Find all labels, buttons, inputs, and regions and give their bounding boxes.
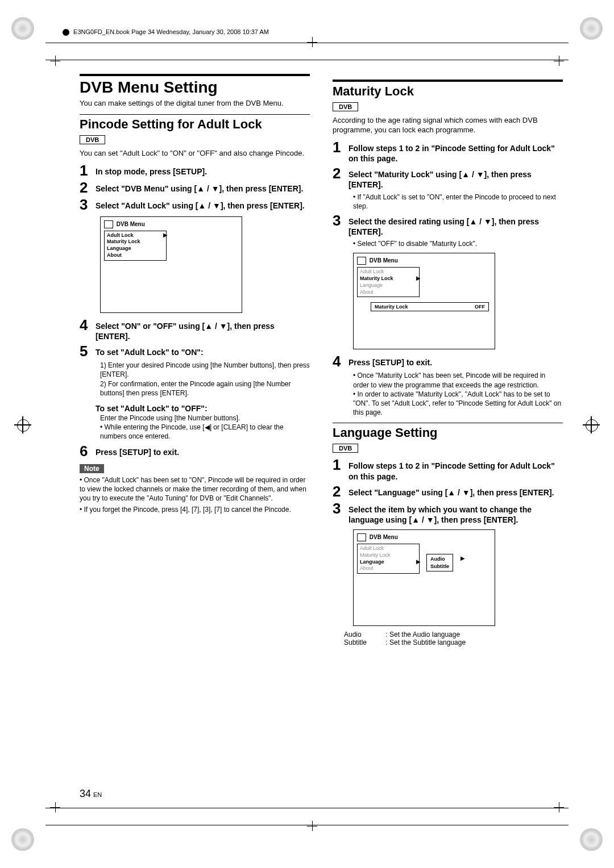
registration-mark <box>580 828 603 851</box>
screen-maturity: DVB Menu Adult Lock Maturity Lock Langua… <box>353 253 495 349</box>
step-subtext: • Select "OFF" to disable "Maturity Lock… <box>353 239 563 248</box>
def-label: Subtitle <box>344 639 384 646</box>
submenu-item: Subtitle <box>430 563 449 570</box>
menu-item: Maturity Lock <box>107 239 164 245</box>
screen-title: DVB Menu <box>104 220 238 228</box>
step-subtext: • While entering the Pincode, use [◀] or… <box>100 423 310 441</box>
menu-item: Adult Lock <box>360 545 417 552</box>
dvb-tag: DVB <box>333 102 358 111</box>
menu-item: Language <box>107 245 164 252</box>
menu-item: Maturity Lock <box>360 552 417 559</box>
maturity-row-label: Maturity Lock <box>375 304 408 310</box>
submenu-list: Audio Subtitle <box>426 554 453 571</box>
section-title-language: Language Setting <box>333 423 563 440</box>
note-text: • If you forget the Pincode, press [4], … <box>80 505 310 514</box>
def-label: Audio <box>344 631 384 639</box>
step-number: 5 <box>80 344 92 358</box>
intro-text: You can make settings of the digital tun… <box>80 99 310 108</box>
step-text: In stop mode, press [SETUP]. <box>96 163 207 177</box>
definition-row: Audio : Set the Audio language <box>344 631 563 639</box>
step-number: 4 <box>333 354 345 369</box>
note-text: • Once "Adult Lock" has been set to "ON"… <box>80 475 310 503</box>
maturity-desc: According to the age rating signal which… <box>333 116 563 135</box>
crop-mark <box>583 416 600 433</box>
step-number: 6 <box>80 444 92 458</box>
registration-mark <box>11 17 34 40</box>
tv-icon <box>357 257 366 265</box>
menu-item: Adult Lock <box>107 232 164 239</box>
step-text: Press [SETUP] to exit. <box>96 444 179 457</box>
step-number: 3 <box>333 213 345 228</box>
menu-item: About <box>107 252 164 259</box>
step-text: Press [SETUP] to exit. <box>349 354 432 368</box>
submenu-item: Audio <box>430 556 449 563</box>
step-text: Select "Maturity Lock" using [▲ / ▼], th… <box>349 166 563 190</box>
crop-mark <box>554 802 564 812</box>
note-label: Note <box>80 464 104 473</box>
dvb-tag: DVB <box>80 135 105 144</box>
definition-row: Subtitle : Set the Subtitle language <box>344 639 563 646</box>
step-subtext: 2) For confirmation, enter the Pincode a… <box>100 379 310 398</box>
step-subtext: • In order to activate "Maturity Lock", … <box>353 390 563 418</box>
menu-list: Adult Lock Maturity Lock Language About <box>357 267 420 297</box>
step-number: 3 <box>80 197 92 212</box>
crop-mark <box>307 821 317 831</box>
tv-icon <box>104 220 113 228</box>
rule-line <box>45 60 569 60</box>
step-subtext: Enter the Pincode using [the Number butt… <box>100 414 310 423</box>
step-subtext: • Once "Maturity Lock" has been set, Pin… <box>353 371 563 389</box>
step-number: 4 <box>80 318 92 332</box>
menu-list: Adult Lock Maturity Lock Language About <box>357 544 420 574</box>
step-text: Follow steps 1 to 2 in "Pincode Setting … <box>349 140 563 164</box>
def-desc: : Set the Subtitle language <box>385 639 466 646</box>
screen-title: DVB Menu <box>357 257 491 265</box>
crop-mark <box>50 56 60 66</box>
crop-mark <box>14 416 31 433</box>
step-text: Follow steps 1 to 2 in "Pincode Setting … <box>349 457 563 481</box>
step-number: 2 <box>80 180 92 195</box>
screen-language: DVB Menu Adult Lock Maturity Lock Langua… <box>353 529 495 626</box>
step-number: 2 <box>333 484 345 499</box>
step-subtitle: To set "Adult Lock" to "ON": <box>96 344 204 357</box>
section-title-maturity: Maturity Lock <box>333 80 563 99</box>
section-title-dvb-menu: DVB Menu Setting <box>80 74 310 97</box>
header-meta: E3NG0FD_EN.book Page 34 Wednesday, Janua… <box>63 28 269 36</box>
step-subtext: • If "Adult Lock" is set to "ON", enter … <box>353 193 563 211</box>
step-text: Select the item by which you want to cha… <box>349 501 563 525</box>
maturity-row: Maturity Lock OFF <box>371 302 489 311</box>
arrow-right-icon: ▶ <box>416 275 421 281</box>
crop-mark <box>307 37 317 47</box>
registration-mark <box>580 17 603 40</box>
menu-item: About <box>360 565 417 572</box>
tv-icon <box>357 533 366 541</box>
dvb-tag: DVB <box>333 444 358 453</box>
arrow-right-icon: ▶ <box>163 232 168 238</box>
step-number: 1 <box>333 457 345 472</box>
step-number: 1 <box>333 140 345 155</box>
step-number: 2 <box>333 166 345 181</box>
pincode-desc: You can set "Adult Lock" to "ON" or "OFF… <box>80 149 310 158</box>
menu-item: Language <box>360 282 417 289</box>
section-title-pincode: Pincode Setting for Adult Lock <box>80 114 310 132</box>
step-text: Select "Adult Lock" using [▲ / ▼], then … <box>96 197 305 211</box>
arrow-right-icon: ▶ <box>416 558 421 565</box>
def-desc: : Set the Audio language <box>385 631 460 639</box>
header-text: E3NG0FD_EN.book Page 34 Wednesday, Janua… <box>73 28 269 35</box>
step-text: Select "DVB Menu" using [▲ / ▼], then pr… <box>96 180 303 194</box>
menu-item: Language <box>360 559 417 566</box>
step-subtext: 1) Enter your desired Pincode using [the… <box>100 361 310 379</box>
maturity-row-value: OFF <box>475 304 485 310</box>
crop-mark <box>50 802 60 812</box>
step-number: 3 <box>333 501 345 516</box>
step-subtitle: To set "Adult Lock" to "OFF": <box>96 400 310 414</box>
step-number: 1 <box>80 163 92 178</box>
page-number: 34 EN <box>80 788 102 800</box>
registration-mark <box>11 828 34 851</box>
screen-pincode: DVB Menu Adult Lock Maturity Lock Langua… <box>100 216 242 313</box>
step-text: Select "Language" using [▲ / ▼], then pr… <box>349 484 554 498</box>
step-text: Select the desired rating using [▲ / ▼],… <box>349 213 563 237</box>
dot-icon <box>63 29 69 36</box>
menu-item: Maturity Lock <box>360 276 417 282</box>
menu-item: About <box>360 289 417 296</box>
arrow-right-icon: ▶ <box>460 555 465 561</box>
